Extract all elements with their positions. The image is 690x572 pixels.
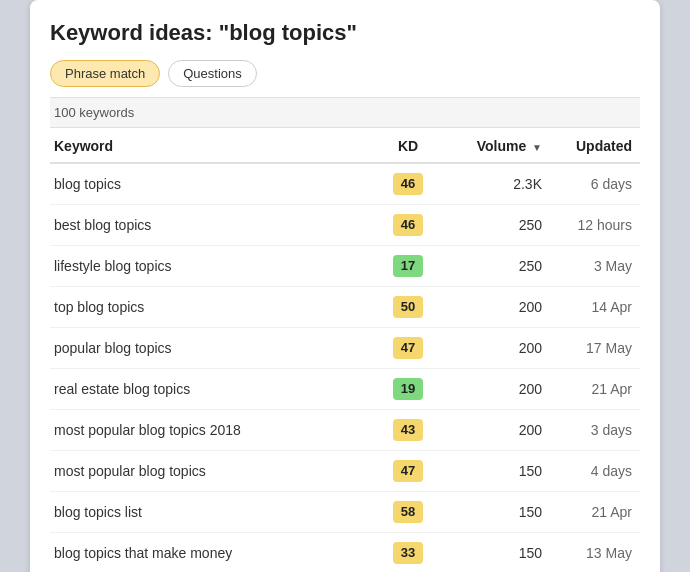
kd-badge: 50 [393, 296, 423, 318]
table-row: real estate blog topics1920021 Apr [50, 369, 640, 410]
cell-kd: 17 [370, 246, 450, 287]
cell-keyword: most popular blog topics [50, 451, 370, 492]
cell-updated: 4 days [550, 451, 640, 492]
sort-arrow-icon: ▼ [532, 142, 542, 153]
tab-questions[interactable]: Questions [168, 60, 257, 87]
cell-kd: 47 [370, 328, 450, 369]
kd-badge: 43 [393, 419, 423, 441]
cell-kd: 43 [370, 410, 450, 451]
cell-volume: 200 [450, 369, 550, 410]
kd-badge: 46 [393, 173, 423, 195]
keyword-ideas-card: Keyword ideas: "blog topics" Phrase matc… [30, 0, 660, 572]
cell-kd: 33 [370, 533, 450, 573]
cell-volume: 150 [450, 533, 550, 573]
kd-badge: 46 [393, 214, 423, 236]
cell-updated: 3 days [550, 410, 640, 451]
cell-kd: 47 [370, 451, 450, 492]
cell-kd: 46 [370, 163, 450, 205]
table-row: blog topics list5815021 Apr [50, 492, 640, 533]
kd-badge: 47 [393, 460, 423, 482]
cell-keyword: top blog topics [50, 287, 370, 328]
tab-phrase-match[interactable]: Phrase match [50, 60, 160, 87]
table-row: best blog topics4625012 hours [50, 205, 640, 246]
cell-kd: 58 [370, 492, 450, 533]
cell-volume: 150 [450, 492, 550, 533]
cell-keyword: most popular blog topics 2018 [50, 410, 370, 451]
cell-keyword: blog topics that make money [50, 533, 370, 573]
col-header-keyword: Keyword [50, 128, 370, 163]
cell-keyword: blog topics [50, 163, 370, 205]
cell-volume: 250 [450, 205, 550, 246]
cell-keyword: lifestyle blog topics [50, 246, 370, 287]
cell-updated: 21 Apr [550, 369, 640, 410]
kd-badge: 17 [393, 255, 423, 277]
table-body: blog topics462.3K6 daysbest blog topics4… [50, 163, 640, 572]
cell-kd: 19 [370, 369, 450, 410]
page-title: Keyword ideas: "blog topics" [50, 20, 640, 46]
cell-keyword: popular blog topics [50, 328, 370, 369]
col-header-volume[interactable]: Volume ▼ [450, 128, 550, 163]
cell-updated: 12 hours [550, 205, 640, 246]
cell-volume: 2.3K [450, 163, 550, 205]
cell-keyword: best blog topics [50, 205, 370, 246]
table-row: blog topics462.3K6 days [50, 163, 640, 205]
cell-updated: 6 days [550, 163, 640, 205]
table-row: top blog topics5020014 Apr [50, 287, 640, 328]
kd-badge: 58 [393, 501, 423, 523]
table-row: popular blog topics4720017 May [50, 328, 640, 369]
cell-volume: 200 [450, 287, 550, 328]
cell-keyword: real estate blog topics [50, 369, 370, 410]
cell-keyword: blog topics list [50, 492, 370, 533]
kd-badge: 33 [393, 542, 423, 564]
tabs-row: Phrase match Questions [50, 60, 640, 87]
table-row: lifestyle blog topics172503 May [50, 246, 640, 287]
keyword-table: Keyword KD Volume ▼ Updated blog topics4… [50, 128, 640, 572]
cell-updated: 3 May [550, 246, 640, 287]
col-header-kd: KD [370, 128, 450, 163]
cell-updated: 21 Apr [550, 492, 640, 533]
kd-badge: 19 [393, 378, 423, 400]
keywords-count: 100 keywords [50, 97, 640, 128]
table-row: blog topics that make money3315013 May [50, 533, 640, 573]
cell-volume: 200 [450, 410, 550, 451]
cell-kd: 46 [370, 205, 450, 246]
cell-updated: 13 May [550, 533, 640, 573]
cell-volume: 250 [450, 246, 550, 287]
col-header-updated: Updated [550, 128, 640, 163]
cell-updated: 14 Apr [550, 287, 640, 328]
cell-volume: 200 [450, 328, 550, 369]
table-row: most popular blog topics 2018432003 days [50, 410, 640, 451]
cell-updated: 17 May [550, 328, 640, 369]
kd-badge: 47 [393, 337, 423, 359]
table-row: most popular blog topics471504 days [50, 451, 640, 492]
keyword-table-wrap: Keyword KD Volume ▼ Updated blog topics4… [50, 128, 640, 572]
cell-volume: 150 [450, 451, 550, 492]
table-header-row: Keyword KD Volume ▼ Updated [50, 128, 640, 163]
cell-kd: 50 [370, 287, 450, 328]
